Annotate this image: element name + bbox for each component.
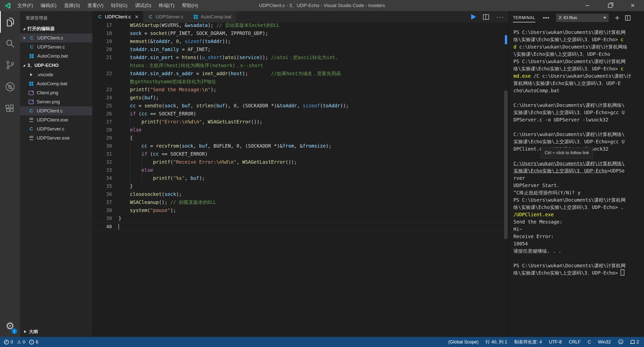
status-errors[interactable]: 0 [4,339,13,345]
tab-UDPServer.c[interactable]: CUDPServer.c [143,11,188,23]
close-icon[interactable]: × [135,14,138,20]
code-line[interactable]: 21 toAddr.sin_port = htons((u_short)atoi… [92,53,504,61]
run-code-icon[interactable] [471,14,476,20]
minimize-button[interactable] [576,0,599,11]
panel-more-icon[interactable]: ••• [543,15,549,21]
tab-UDPClient.c[interactable]: CUDPClient.c× [92,11,143,23]
close-icon[interactable]: × [20,35,29,41]
code-line[interactable]: 数gethostbyname把域名转化为IP地址 [92,77,504,85]
tree-item[interactable]: Client.png [20,88,92,97]
extensions-icon[interactable] [0,98,20,119]
file-tree: .vscodeAutoComp.batClient.pngServer.pngC… [20,70,92,143]
restore-button[interactable] [599,0,621,11]
menu-item[interactable]: 文件(F) [14,0,37,11]
code-line[interactable]: 33 else [92,166,504,174]
terminal-line: PS C:\Users\wukan\Documents\课程\计算机网 [513,262,643,269]
open-editor-item[interactable]: AutoComp.bat [20,52,92,61]
terminal-link[interactable]: 实验课\Echo实验\上交源码\3、UDP-Echo [513,168,607,173]
open-editor-item[interactable]: ×CUDPClient.c [20,33,92,42]
terminal-line: PS C:\Users\wukan\Documents\课程\计算机网 [513,196,643,204]
split-editor-icon[interactable] [483,14,489,20]
tree-item[interactable]: UDPClient.exe [20,115,92,124]
new-terminal-icon[interactable]: + [615,14,620,22]
debug-icon[interactable] [0,76,20,98]
status-indentation[interactable]: 制表符长度: 4 [514,339,542,345]
chevron-down-icon [23,64,25,67]
code-line[interactable]: 34 printf("%s", buf); [92,174,504,182]
code-line[interactable]: 31 if (cc == SOCKET_ERROR) [92,150,504,158]
warning-icon: ⚠ [17,340,21,344]
tab-label: UDPServer.c [156,14,183,20]
code-line[interactable]: 22 toAddr.sin_addr.s_addr = inet_addr(ho… [92,69,504,77]
menu-item[interactable]: 终端(T) [155,0,178,11]
status-notifications[interactable]: 2 [631,339,639,345]
tree-item[interactable]: CUDPClient.c [20,106,92,115]
status-platform[interactable]: Win32 [598,339,611,345]
menu-item[interactable]: 调试(D) [131,0,155,11]
line-number: 19 [92,37,112,45]
code-line[interactable]: 19 memset(&toAddr, 0, sizeof(toAddr)); [92,37,504,45]
terminal-link[interactable]: C:\Users\wukan\Documents\课程\计算机网络\ [513,161,625,166]
editor-scrollbar[interactable] [504,23,508,337]
status-warnings[interactable]: ⚠0 [17,339,25,345]
code-line[interactable]: 23 printf("Send the Message:\n"); [92,85,504,94]
terminal-output[interactable]: PS C:\Users\wukan\Documents\课程\计算机网络\实验课… [513,29,643,337]
open-editor-item[interactable]: CUDPServer.c [20,42,92,52]
tree-item[interactable]: Server.png [20,97,92,106]
code-line[interactable]: 25 cc = sendto(sock, buf, strlen(buf), 0… [92,102,504,110]
search-icon[interactable] [0,33,20,54]
tree-item[interactable]: UDPServer.exe [20,134,92,143]
menu-item[interactable]: 查看(V) [84,0,107,11]
menu-item[interactable]: 转到(G) [107,0,131,11]
more-actions-icon[interactable]: ··· [496,14,504,19]
code-line[interactable]: 28 else [92,126,504,134]
code-line[interactable]: 39} [92,214,504,222]
tab-AutoComp.bat[interactable]: AutoComp.bat [188,11,236,23]
status-encoding[interactable]: UTF-8 [549,339,562,345]
code-line[interactable]: 26 if (cc == SOCKET_ERROR) [92,110,504,118]
menu-item[interactable]: 编辑(E) [37,0,60,11]
code-line[interactable]: 20 toAddr.sin_family = AF_INET; [92,45,504,53]
folder-section[interactable]: 3、UDP-ECHO [20,61,92,70]
status-feedback[interactable]: ☺ [618,339,624,345]
terminal-panel: TERMINAL ••• 2: IO Run + PS C:\Users\wuk… [508,11,644,337]
status-cursor-position[interactable]: 行 40, 列 1 [486,339,507,345]
menu-item[interactable]: 选择(S) [60,0,84,11]
split-terminal-icon[interactable] [625,15,630,21]
terminal-line: 请按任意键继续. . . [513,247,643,255]
code-line[interactable]: 18 sock = socket(PF_INET, SOCK_DGRAM, IP… [92,29,504,37]
source-control-icon[interactable] [0,54,20,76]
terminal-instance-dropdown[interactable]: 2: IO Run [556,14,609,22]
code-line[interactable]: 35 } [92,182,504,190]
code-line[interactable]: 38 system("pause"); [92,206,504,214]
status-infos[interactable]: i6 [29,339,38,345]
tree-item[interactable]: .vscode [20,70,92,79]
code-line[interactable]: 29 { [92,134,504,142]
code-line[interactable]: 17 WSAStartup(WSVERS, &wsadata); // 启动某版… [92,23,504,29]
code-line[interactable]: 40 [92,222,504,230]
code-line[interactable]: htons：主机序(host)转化为网络序(network)，s--short [92,61,504,69]
explorer-icon[interactable] [0,11,20,33]
code-line[interactable]: 24 gets(buf); [92,94,504,102]
menu-item[interactable]: 帮助(H) [178,0,202,11]
status-scope[interactable]: (Global Scope) [448,339,478,345]
open-editors-section[interactable]: 打开的编辑器 [20,24,92,33]
status-language[interactable]: C [588,339,591,345]
code-line[interactable]: 37 WSACleanup(); // 卸载某版本的DLL [92,198,504,206]
status-eol[interactable]: CRLF [569,339,581,345]
code-line[interactable]: 27 printf("Error:\n%d\n", WSAGetLastErro… [92,118,504,126]
file-label: UDPServer.c [37,44,65,50]
code-line[interactable]: 36 closesocket(sock); [92,190,504,198]
tree-item[interactable]: AutoComp.bat [20,79,92,88]
bat-glyph [30,54,34,58]
terminal-tab[interactable]: TERMINAL [513,16,535,20]
terminal-line: Hi~ [513,226,643,233]
settings-gear-icon[interactable]: ⚙ 1 [0,317,20,335]
outline-section[interactable]: 大纲 [20,326,92,337]
code-line[interactable]: 30 cc = recvfrom(sock, buf, BUFLEN, 0, (… [92,142,504,150]
close-button[interactable]: × [621,0,644,11]
tree-item[interactable]: CUDPServer.c [20,124,92,134]
scrollbar-thumb[interactable] [504,91,508,239]
code-editor[interactable]: 17 WSAStartup(WSVERS, &wsadata); // 启动某版… [92,23,504,337]
code-line[interactable]: 32 printf("Receive Error:\n%d\n", WSAGet… [92,158,504,166]
